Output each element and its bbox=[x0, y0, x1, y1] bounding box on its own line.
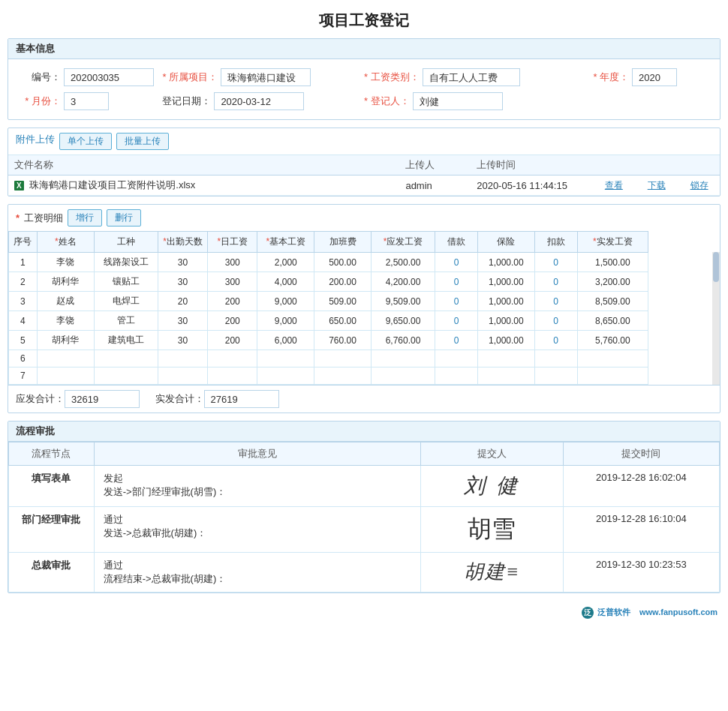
wage-cell-9 bbox=[477, 368, 534, 385]
single-upload-button[interactable]: 单个上传 bbox=[59, 133, 112, 150]
approval-row: 填写表单发起发送->部门经理审批(胡雪)：刘 健2019-12-28 16:02… bbox=[9, 466, 720, 507]
col-scrollspace bbox=[648, 232, 720, 253]
wage-cell-8: 0 bbox=[435, 292, 478, 311]
wage-cell-8: 0 bbox=[435, 311, 478, 331]
col-actual: *实发工资 bbox=[577, 232, 648, 253]
col-action1 bbox=[599, 155, 642, 176]
basic-info-header: 基本信息 bbox=[8, 39, 720, 59]
wage-cell-10: 0 bbox=[534, 253, 577, 272]
label-registrar: * 登记人： bbox=[364, 94, 410, 108]
wage-cell-3: 30 bbox=[158, 272, 207, 292]
wage-cell-4: 200 bbox=[208, 311, 257, 331]
col-days: *出勤天数 bbox=[158, 232, 207, 253]
label-regdate: 登记日期： bbox=[162, 94, 211, 108]
wage-cell-11: 1,500.00 bbox=[577, 253, 648, 272]
wage-cell-0: 3 bbox=[9, 292, 38, 311]
wage-row: 6 bbox=[9, 350, 720, 368]
wage-cell-0: 4 bbox=[9, 311, 38, 331]
wage-cell-2: 线路架设工 bbox=[94, 253, 158, 272]
wage-cell-4 bbox=[208, 350, 257, 368]
label-month: * 月份： bbox=[16, 94, 61, 108]
footer: 泛 泛普软件 www.fanpusoft.com bbox=[0, 601, 728, 625]
wage-cell-2: 电焊工 bbox=[94, 292, 158, 311]
wage-row: 3赵成电焊工202009,000509.009,509.0001,000.000… bbox=[9, 292, 720, 311]
attachment-uploader: admin bbox=[399, 176, 471, 196]
col-no: 序号 bbox=[9, 232, 38, 253]
wage-cell-6: 760.00 bbox=[314, 331, 372, 350]
approval-comment: 通过发送->总裁审批(胡建)： bbox=[94, 507, 421, 553]
wage-detail-section: * 工资明细 增行 删行 序号 *姓名 工种 *出勤天数 *日工资 *基本工资 … bbox=[8, 204, 720, 413]
wage-cell-6: 200.00 bbox=[314, 272, 372, 292]
wage-cell-2: 建筑电工 bbox=[94, 331, 158, 350]
wage-cell-4: 200 bbox=[208, 331, 257, 350]
value-month: 3 bbox=[64, 92, 109, 110]
wage-row: 1李饶线路架设工303002,000500.002,500.0001,000.0… bbox=[9, 253, 720, 272]
wage-cell-6: 509.00 bbox=[314, 292, 372, 311]
wage-cell-4 bbox=[208, 368, 257, 385]
wage-cell-1 bbox=[37, 368, 94, 385]
wage-cell-7: 9,650.00 bbox=[371, 311, 435, 331]
approval-row: 总裁审批通过流程结束->总裁审批(胡建)：胡建≡2019-12-30 10:23… bbox=[9, 553, 720, 592]
wage-cell-9: 1,000.00 bbox=[477, 331, 534, 350]
wage-cell-7: 9,509.00 bbox=[371, 292, 435, 311]
wage-cell-8: 0 bbox=[435, 331, 478, 350]
approval-time: 2019-12-28 16:02:04 bbox=[563, 466, 719, 507]
wage-cell-10: 0 bbox=[534, 311, 577, 331]
wage-cell-3 bbox=[158, 368, 207, 385]
wage-cell-5: 2,000 bbox=[257, 253, 314, 272]
wage-cell-8 bbox=[435, 368, 478, 385]
wage-cell-6 bbox=[314, 368, 372, 385]
approval-submitter: 刘 健 bbox=[421, 466, 563, 507]
wage-row: 5胡利华建筑电工302006,000760.006,760.0001,000.0… bbox=[9, 331, 720, 350]
wage-cell-5: 6,000 bbox=[257, 331, 314, 350]
wage-table: 序号 *姓名 工种 *出勤天数 *日工资 *基本工资 加班费 *应发工资 借款 … bbox=[8, 231, 720, 385]
col-type: 工种 bbox=[94, 232, 158, 253]
wage-cell-0: 1 bbox=[9, 253, 38, 272]
batch-upload-button[interactable]: 批量上传 bbox=[116, 133, 169, 150]
due-summary-cell: 应发合计： 32619 bbox=[16, 390, 155, 408]
wage-cell-1 bbox=[37, 350, 94, 368]
approval-row: 部门经理审批通过发送->总裁审批(胡建)：胡雪2019-12-28 16:10:… bbox=[9, 507, 720, 553]
label-project: * 所属项目： bbox=[162, 70, 218, 84]
value-wagetype: 自有工人人工费 bbox=[423, 68, 520, 86]
delete-row-button[interactable]: 删行 bbox=[107, 209, 141, 226]
col-submittime: 提交时间 bbox=[563, 442, 719, 466]
col-uploader: 上传人 bbox=[399, 155, 471, 176]
wage-cell-0: 6 bbox=[9, 350, 38, 368]
form-row-1: 编号： 202003035 * 所属项目： 珠海鹤港口建设 * 工资类别： 自有… bbox=[8, 65, 720, 89]
wage-cell-5: 4,000 bbox=[257, 272, 314, 292]
wage-cell-10: 0 bbox=[534, 272, 577, 292]
wage-row: 4李饶管工302009,000650.009,650.0001,000.0008… bbox=[9, 311, 720, 331]
wage-cell-5: 9,000 bbox=[257, 311, 314, 331]
col-uploadtime: 上传时间 bbox=[471, 155, 599, 176]
basic-info-section: 基本信息 编号： 202003035 * 所属项目： 珠海鹤港口建设 * 工资类… bbox=[8, 38, 720, 120]
wage-cell-10: 0 bbox=[534, 292, 577, 311]
wage-cell-1: 李饶 bbox=[37, 311, 94, 331]
approval-submitter: 胡建≡ bbox=[421, 553, 563, 592]
lock-button[interactable]: 锁存 bbox=[690, 180, 708, 190]
wage-cell-10 bbox=[534, 368, 577, 385]
value-project: 珠海鹤港口建设 bbox=[221, 68, 311, 86]
attachment-table: 文件名称 上传人 上传时间 X 珠海鹤港口建设项目工资附件说明.xlsx adm… bbox=[8, 155, 720, 196]
summary-spacer bbox=[294, 390, 712, 408]
wage-cell-9: 1,000.00 bbox=[477, 272, 534, 292]
wage-cell-6 bbox=[314, 350, 372, 368]
wage-cell-7: 4,200.00 bbox=[371, 272, 435, 292]
wage-table-scrollbar[interactable] bbox=[712, 252, 720, 385]
approval-time: 2019-12-30 10:23:53 bbox=[563, 553, 719, 592]
form-row-2: * 月份： 3 登记日期： 2020-03-12 * 登记人： 刘健 bbox=[8, 89, 720, 113]
wage-cell-1: 赵成 bbox=[37, 292, 94, 311]
wage-cell-9: 1,000.00 bbox=[477, 253, 534, 272]
download-button[interactable]: 下载 bbox=[648, 180, 666, 190]
approval-table: 流程节点 审批意见 提交人 提交时间 填写表单发起发送->部门经理审批(胡雪)：… bbox=[8, 442, 720, 592]
add-row-button[interactable]: 增行 bbox=[68, 209, 102, 226]
wage-section-star: * bbox=[16, 212, 20, 224]
view-button[interactable]: 查看 bbox=[605, 180, 623, 190]
page-title: 项目工资登记 bbox=[0, 0, 728, 38]
excel-icon: X bbox=[14, 181, 24, 190]
due-summary-label: 应发合计： bbox=[16, 392, 65, 406]
wage-row: 7 bbox=[9, 368, 720, 385]
value-regdate: 2020-03-12 bbox=[214, 92, 304, 110]
wage-cell-0: 5 bbox=[9, 331, 38, 350]
wage-cell-2: 镶贴工 bbox=[94, 272, 158, 292]
